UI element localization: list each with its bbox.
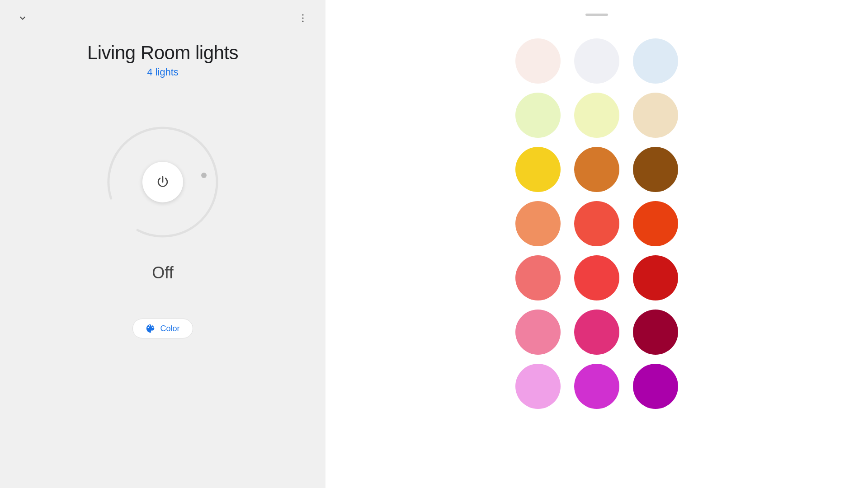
- status-text: Off: [152, 263, 173, 282]
- color-swatch-hot-pink[interactable]: [574, 310, 619, 355]
- svg-point-4: [201, 173, 207, 178]
- power-button[interactable]: [142, 162, 183, 202]
- color-swatch-daylight[interactable]: [633, 38, 678, 84]
- color-swatch-salmon[interactable]: [515, 255, 561, 300]
- color-button[interactable]: Color: [132, 319, 193, 338]
- color-swatch-pale-yellow[interactable]: [574, 93, 619, 138]
- title-section: Living Room lights 4 lights: [87, 42, 238, 78]
- back-button[interactable]: [14, 9, 32, 28]
- room-title: Living Room lights: [87, 42, 238, 64]
- color-swatch-magenta[interactable]: [574, 364, 619, 409]
- palette-icon: [146, 324, 156, 333]
- color-swatch-lavender[interactable]: [515, 364, 561, 409]
- color-swatch-warm-white[interactable]: [515, 38, 561, 84]
- color-grid: [515, 38, 678, 409]
- top-bar: [0, 0, 326, 38]
- drag-handle[interactable]: [585, 14, 608, 16]
- color-swatch-brown[interactable]: [633, 147, 678, 192]
- color-swatch-purple[interactable]: [633, 364, 678, 409]
- lights-count: 4 lights: [147, 66, 179, 78]
- color-swatch-lime-light[interactable]: [515, 93, 561, 138]
- left-panel: Living Room lights 4 lights Off Color: [0, 0, 326, 488]
- color-swatch-tomato[interactable]: [574, 255, 619, 300]
- dial-container[interactable]: [95, 114, 231, 250]
- color-swatch-amber[interactable]: [574, 147, 619, 192]
- power-icon: [155, 174, 171, 190]
- color-swatch-orange[interactable]: [633, 201, 678, 246]
- color-swatch-peach[interactable]: [515, 201, 561, 246]
- color-button-label: Color: [160, 324, 179, 333]
- color-swatch-cool-white[interactable]: [574, 38, 619, 84]
- color-swatch-coral[interactable]: [574, 201, 619, 246]
- color-swatch-light-pink[interactable]: [515, 310, 561, 355]
- color-swatch-red[interactable]: [633, 255, 678, 300]
- color-swatch-crimson[interactable]: [633, 310, 678, 355]
- color-swatch-warm-ivory[interactable]: [633, 93, 678, 138]
- svg-point-0: [302, 14, 304, 16]
- right-panel: [326, 0, 868, 488]
- svg-point-1: [302, 18, 304, 19]
- more-options-button[interactable]: [294, 9, 312, 28]
- color-swatch-yellow[interactable]: [515, 147, 561, 192]
- svg-point-2: [302, 21, 304, 22]
